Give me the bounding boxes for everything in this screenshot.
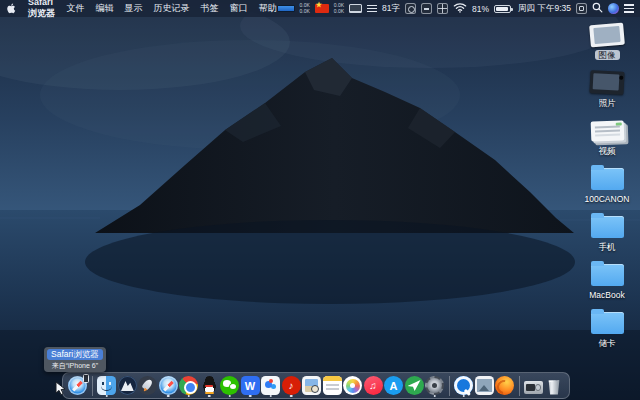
status-app-grid-icon[interactable] (437, 3, 448, 14)
status-app-icon-1[interactable] (405, 3, 416, 14)
status-app-icon-2[interactable] (421, 3, 432, 14)
desktop-item-photos[interactable]: 照片 (578, 69, 636, 117)
mouse-cursor (55, 381, 66, 400)
dock-item-mountain-app[interactable] (118, 375, 137, 396)
running-dot (105, 395, 108, 398)
dock-separator (92, 376, 93, 396)
network-meter-icon[interactable] (277, 5, 295, 12)
desktop-item-image[interactable]: 图像 (578, 21, 636, 69)
wps-w-icon: W (241, 376, 260, 395)
dock-item-baidu-netdisk[interactable] (261, 375, 280, 396)
spotlight-search-icon[interactable] (592, 2, 603, 15)
dock-item-quicktime[interactable] (454, 375, 473, 396)
gear-icon (425, 376, 444, 395)
menu-edit[interactable]: 编辑 (96, 2, 114, 15)
menu-history[interactable]: 历史记录 (154, 2, 190, 15)
dock-item-safari-handoff[interactable] (68, 375, 87, 396)
dock: W ♪ ♫ A (62, 372, 570, 399)
menu-bookmarks[interactable]: 书签 (201, 2, 219, 15)
desktop-item-macbook[interactable]: MacBook (578, 261, 636, 309)
desktop-item-video[interactable]: 视频 (578, 117, 636, 165)
desktop-label: 100CANON (585, 194, 630, 204)
desktop-screen: Safari浏览器 文件 编辑 显示 历史记录 书签 窗口 帮助 0.0K 0.… (0, 0, 640, 400)
orange-globe-icon (495, 376, 514, 395)
menu-view[interactable]: 显示 (125, 2, 143, 15)
menu-file[interactable]: 文件 (67, 2, 85, 15)
active-app-menu[interactable]: Safari浏览器 (28, 0, 56, 20)
safari-icon (159, 376, 178, 395)
iphone-badge-icon (83, 374, 89, 383)
desktop-icons-column: 图像 照片 视频 100CANON 手机 MacBook 储卡 (578, 21, 636, 357)
running-dot (433, 395, 436, 398)
folder-icon (591, 312, 624, 334)
dock-item-netease-music[interactable]: ♪ (282, 375, 301, 396)
flag-star: ★ (316, 1, 322, 9)
menu-window[interactable]: 窗口 (230, 2, 248, 15)
dock-item-paperplane-app[interactable] (405, 375, 424, 396)
dock-item-finder[interactable] (97, 375, 116, 396)
dock-item-music[interactable]: ♫ (364, 375, 383, 396)
dock-item-appstore[interactable]: A (384, 375, 403, 396)
folder-icon (591, 168, 624, 190)
dock-item-qq[interactable] (200, 375, 219, 396)
word-count-status[interactable]: 81字 (382, 3, 400, 15)
chrome-icon (179, 376, 198, 395)
dock-item-chrome[interactable] (179, 375, 198, 396)
wifi-icon[interactable] (453, 2, 467, 15)
desktop-item-memorycard[interactable]: 储卡 (578, 309, 636, 357)
desktop-item-phone[interactable]: 手机 (578, 213, 636, 261)
dock-item-safari[interactable] (159, 375, 178, 396)
dock-item-photos-app[interactable] (343, 375, 362, 396)
running-dot (290, 395, 293, 398)
folder-icon (591, 264, 624, 286)
cpu-meter-icon[interactable] (367, 5, 377, 13)
appstore-a-icon: A (384, 376, 403, 395)
paper-stack-icon (590, 120, 624, 141)
trash-icon (547, 379, 561, 395)
battery-icon[interactable] (494, 5, 511, 13)
siri-icon[interactable] (608, 3, 619, 14)
quicktime-icon (454, 376, 473, 395)
net-speed-right[interactable]: 0.0K 0.0K (334, 3, 344, 14)
clock[interactable]: 周四 下午9:35 (518, 3, 571, 15)
dock-item-system-preferences[interactable] (425, 375, 444, 396)
running-dot (187, 395, 190, 398)
dock-item-gallery-file[interactable] (475, 375, 494, 396)
menu-help[interactable]: 帮助 (259, 2, 277, 15)
desktop-label: 储卡 (599, 338, 616, 348)
dock-item-preview[interactable] (302, 375, 321, 396)
image-device-icon (589, 22, 625, 47)
safari-handoff-icon (68, 376, 87, 395)
dock-item-notes[interactable] (323, 375, 342, 396)
wechat-icon (220, 376, 239, 395)
baidu-netdisk-icon (261, 376, 280, 395)
menu-bar-status: 0.0K 0.0K ★ 0.0K 0.0K 81字 81% 周四 下午9:35 (277, 2, 634, 15)
dock-item-trash[interactable] (545, 375, 564, 396)
paper-plane-icon (405, 376, 424, 395)
running-dot (228, 395, 231, 398)
tooltip-title: Safari浏览器 (47, 349, 103, 360)
display-status-icon[interactable] (349, 4, 362, 13)
desktop-item-100canon[interactable]: 100CANON (578, 165, 636, 213)
preview-photo-icon (302, 376, 321, 395)
dock-item-orange-app[interactable] (495, 375, 514, 396)
dock-item-wechat[interactable] (220, 375, 239, 396)
battery-percent[interactable]: 81% (472, 4, 489, 14)
apple-menu-icon[interactable] (6, 2, 17, 15)
running-dot (269, 395, 272, 398)
dock-separator (449, 376, 450, 396)
status-app-icon-3[interactable] (576, 3, 587, 14)
net-down-left: 0.0K (300, 9, 310, 15)
running-dot (462, 395, 465, 398)
camera-device-icon (524, 381, 543, 394)
dock-item-camera-device[interactable] (524, 375, 543, 396)
dock-tooltip: Safari浏览器 来自“iPhone 6” (44, 347, 106, 372)
desktop-label: 视频 (599, 146, 616, 156)
dock-item-launchpad[interactable] (138, 375, 157, 396)
photos-flower-icon (343, 376, 362, 395)
launchpad-rocket-icon (138, 376, 157, 395)
notification-center-icon[interactable] (624, 4, 634, 13)
dock-item-wps[interactable]: W (241, 375, 260, 396)
net-speed-left[interactable]: 0.0K 0.0K (300, 3, 310, 14)
input-source-flag-icon[interactable]: ★ (315, 4, 329, 13)
